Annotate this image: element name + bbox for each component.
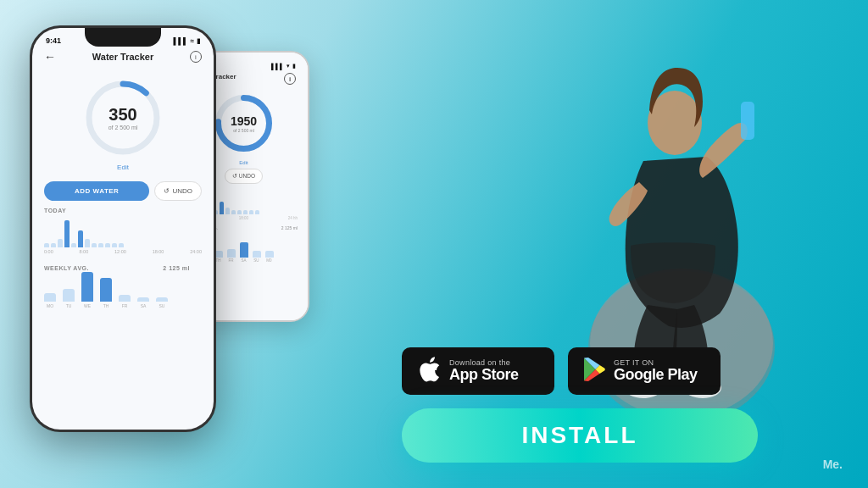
phone-front: 9:41 ▌▌▌ ≈ ▮ ← Water Tracker i [30,25,216,432]
back-weekly-value: 2 125 ml [281,225,298,230]
weekly-bar-fr [119,295,131,302]
time-label-5: 24:00 [190,249,202,254]
google-play-main-text: Google Play [614,367,698,384]
apple-icon [417,356,441,386]
day-sa: SA [141,303,147,308]
back-bar-9 [237,210,242,214]
back-water-unit: of 2 500 ml [231,128,257,133]
week-bar-tu: TU [63,289,75,308]
bar-1 [44,243,49,247]
bar-3 [58,239,63,247]
back-edit-link[interactable]: Edit [239,160,248,165]
time-label-2: 8:00 [80,249,89,254]
circle-container: 350 of 2 500 ml Edit [32,69,214,178]
back-bar-8 [231,210,236,214]
info-icon[interactable]: i [190,51,202,63]
weekly-label: WEEKLY AVG. [44,265,89,271]
back-arrow-icon[interactable]: ← [44,50,56,64]
back-circle-progress: 1950 of 2 500 ml [212,92,275,155]
store-buttons: Download on the App Store GET IT ON Goog… [402,347,834,395]
back-wifi-icon: ▾ [287,63,290,69]
app-store-main-text: App Store [449,367,519,384]
day-fr: FR [122,303,128,308]
back-undo-icon: ↺ [232,173,239,179]
bar-12 [119,243,124,247]
add-water-button[interactable]: ADD WATER [44,181,149,201]
undo-icon: ↺ [164,187,170,195]
google-play-text: GET IT ON Google Play [614,358,698,384]
bar-6 [78,230,83,247]
bar-9 [98,243,103,247]
weekly-bars: MO TU WE TH [44,274,202,308]
weekly-value: 2 125 ml [163,265,202,271]
status-icons: ▌▌▌ ≈ ▮ [174,37,200,45]
day-th: TH [103,303,109,308]
weekly-bar-we [81,272,93,302]
back-time-3: 24 hh [288,216,298,220]
week-bar-su: SU [156,297,168,308]
app-store-button[interactable]: Download on the App Store [402,347,554,395]
back-time-2: 18:00 [239,216,248,220]
install-button[interactable]: INSTALL [402,408,758,463]
back-battery-icon: ▮ [292,63,296,69]
bar-2 [51,243,56,247]
back-water-value: 1950 [231,114,257,128]
weekly-bar-th [100,278,112,302]
day-tu: TU [66,303,72,308]
signal-icon: ▌▌▌ [174,37,188,45]
back-wday-row: TH FR SA SU M0 [211,258,277,263]
back-day-mo: M0 [265,258,274,263]
edit-link[interactable]: Edit [117,164,129,171]
phone-header: ← Water Tracker i [32,47,214,69]
weekly-chart: MO TU WE TH [32,273,214,332]
me-logo: Me. [823,458,843,471]
back-weekly-bars [211,232,277,258]
battery-icon: ▮ [197,37,200,45]
back-day-su: SU [253,258,261,263]
weekly-bar-su [156,297,168,302]
week-bar-th: TH [100,278,112,308]
weekly-bar-tu [63,289,75,302]
back-undo-button[interactable]: ↺ UNDO [225,169,263,184]
wifi-icon: ≈ [191,37,194,45]
weekly-header: WEEKLY AVG. 2 125 ml [32,262,214,273]
back-wbar-th [253,251,261,258]
app-store-text: Download on the App Store [449,358,519,384]
time-label-4: 18:00 [153,249,164,254]
bar-4 [64,220,70,247]
back-day-sa: SA [240,258,248,263]
back-signal-icon: ▌▌▌ [271,64,284,69]
back-wbar-tu [227,249,236,258]
circle-progress: 350 of 2 500 ml [81,75,165,160]
week-bar-fr: FR [119,295,131,308]
week-bar-mo: MO [44,293,56,308]
back-bar-11 [249,210,253,214]
weekly-bar-sa [137,297,149,302]
google-play-button[interactable]: GET IT ON Google Play [568,347,721,395]
undo-label: UNDO [172,187,192,195]
bar-11 [112,243,117,247]
day-su: SU [159,303,165,308]
back-undo-label: UNDO [239,173,255,179]
back-bar-6 [220,202,224,214]
bar-5 [71,243,76,247]
phone-notch [85,28,161,47]
back-bar-10 [243,210,248,214]
day-we: WE [84,303,91,308]
phone-screen: 9:41 ▌▌▌ ≈ ▮ ← Water Tracker i [32,28,214,430]
google-play-icon [583,357,605,385]
chart-bars [44,217,202,247]
time-label-1: 0:00 [44,249,53,254]
undo-button[interactable]: ↺ UNDO [154,181,202,201]
back-wbar-we [240,242,248,258]
back-bar-12 [255,210,259,214]
back-wbar-fr [265,251,274,258]
time-label-3: 12:00 [114,249,126,254]
today-label: TODAY [32,204,214,215]
bar-7 [85,239,90,247]
phone-header-title: Water Tracker [92,52,153,62]
chart-labels: 0:00 8:00 12:00 18:00 24:00 [44,249,202,254]
weekly-bar-mo [44,293,56,302]
back-info-icon: i [284,73,296,85]
back-day-fr: FR [227,258,236,263]
